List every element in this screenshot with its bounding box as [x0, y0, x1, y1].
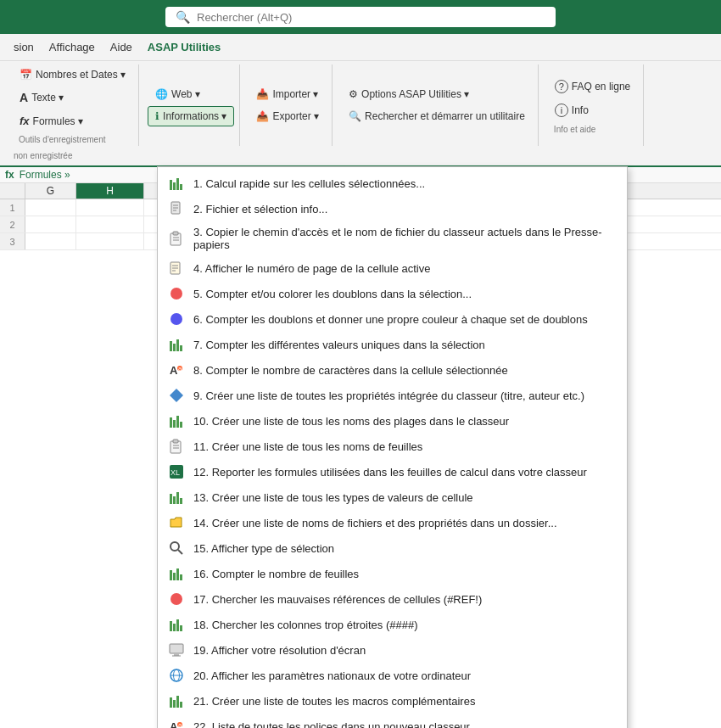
cell[interactable]: [25, 233, 76, 249]
svg-rect-49: [176, 619, 179, 631]
ribbon-group-5: ? FAQ en ligne i Info Info et aide: [542, 64, 644, 146]
ribbon-btn-nombres-dates[interactable]: 📅 Nombres et Dates ▾: [12, 64, 133, 85]
menu-affichage[interactable]: Affichage: [42, 37, 102, 57]
svg-text:a: a: [178, 721, 182, 728]
search-bar: 🔍: [0, 0, 721, 34]
svg-rect-43: [173, 573, 176, 580]
ribbon-btn-texte[interactable]: A Texte ▾: [12, 87, 133, 109]
formules-link[interactable]: Formules »: [20, 169, 70, 181]
dropdown-item[interactable]: 14. Créer une liste de noms de fichiers …: [158, 510, 627, 535]
dropdown-item-text: 14. Créer une liste de noms de fichiers …: [193, 517, 617, 529]
ribbon-group-2: 🌐 Web ▾ ℹ Informations ▾: [143, 64, 240, 146]
svg-rect-60: [180, 702, 182, 708]
dropdown-item-text: 12. Reporter les formules utilisées dans…: [193, 466, 617, 479]
info-aide-label: Info et aide: [547, 123, 638, 136]
dropdown-item-text: 22. Liste de toutes les polices dans un …: [193, 720, 617, 729]
svg-text:a: a: [178, 365, 182, 372]
svg-rect-21: [180, 345, 182, 351]
col-header-h[interactable]: H: [76, 183, 144, 199]
dropdown-item[interactable]: 13. Créer une liste de tous les types de…: [158, 484, 627, 510]
dropdown-item-icon: [168, 540, 185, 557]
svg-rect-59: [176, 696, 179, 708]
rechercher-label: Rechercher et démarrer un utilitaire: [365, 110, 525, 122]
menu-asap-utilities[interactable]: ASAP Utilities: [141, 37, 227, 57]
cell[interactable]: [76, 216, 144, 232]
dropdown-item[interactable]: Aa22. Liste de toutes les polices dans u…: [158, 714, 627, 728]
cell[interactable]: [25, 216, 76, 232]
svg-rect-58: [173, 700, 176, 708]
ribbon-btn-formules[interactable]: fx Formules ▾: [12, 110, 133, 132]
ribbon-btn-exporter[interactable]: 📤 Exporter ▾: [249, 106, 327, 126]
dropdown-item-icon: [168, 260, 185, 277]
info-circle-icon: ℹ: [155, 110, 159, 122]
dropdown-item-icon: [168, 692, 185, 709]
row-num-2: 2: [0, 216, 25, 232]
svg-marker-25: [170, 389, 183, 402]
menu-aide[interactable]: Aide: [103, 37, 139, 57]
menu-sion[interactable]: sion: [7, 37, 41, 57]
ribbon-btn-options[interactable]: ⚙ Options ASAP Utilities ▾: [341, 84, 533, 104]
dropdown-item[interactable]: 1. Calcul rapide sur les cellules sélect…: [158, 171, 627, 196]
dropdown-item-icon: [168, 591, 185, 608]
dropdown-item[interactable]: 4. Afficher le numéro de page de la cell…: [158, 255, 627, 281]
dropdown-item[interactable]: 5. Compter et/ou colorer les doublons da…: [158, 281, 627, 306]
dropdown-item[interactable]: 21. Créer une liste de toutes les macros…: [158, 688, 627, 714]
dropdown-item[interactable]: 7. Compter les différentes valeurs uniqu…: [158, 332, 627, 357]
svg-rect-37: [173, 496, 176, 504]
ribbon-btn-faq[interactable]: ? FAQ en ligne: [547, 76, 638, 98]
dropdown-item[interactable]: 18. Chercher les colonnes trop étroites …: [158, 612, 627, 637]
row-number-header: [0, 183, 25, 199]
options-label: Options ASAP Utilities ▾: [361, 88, 469, 100]
dropdown-item-text: 11. Créer une liste de tous les noms de …: [193, 440, 617, 453]
dropdown-item[interactable]: 2. Fichier et sélection info...: [158, 196, 627, 221]
ribbon-btn-info[interactable]: i Info: [547, 99, 638, 121]
dropdown-item-icon: [168, 616, 185, 633]
dropdown-item-icon: [168, 565, 185, 582]
export-icon: 📤: [256, 110, 269, 122]
app-wrapper: 🔍 sion Affichage Aide ASAP Utilities 📅 N…: [0, 0, 721, 728]
svg-rect-1: [173, 182, 176, 190]
dropdown-item[interactable]: 17. Chercher les mauvaises références de…: [158, 586, 627, 612]
dropdown-item[interactable]: 19. Afficher votre résolution d'écran: [158, 637, 627, 663]
ribbon-btn-web[interactable]: 🌐 Web ▾: [148, 84, 234, 104]
dropdown-item-text: 21. Créer une liste de toutes les macros…: [193, 695, 617, 708]
cell[interactable]: [76, 199, 144, 216]
dropdown-item[interactable]: XL12. Reporter les formules utilisées da…: [158, 459, 627, 484]
dropdown-item-icon: Aa: [168, 361, 185, 378]
informations-dropdown: 1. Calcul rapide sur les cellules sélect…: [157, 166, 628, 728]
dropdown-item-icon: [168, 230, 185, 247]
svg-rect-39: [180, 498, 182, 504]
dropdown-item-icon: Aa: [168, 718, 185, 728]
ribbon-btn-importer[interactable]: 📥 Importer ▾: [249, 84, 327, 104]
dropdown-item[interactable]: 10. Créer une liste de tous les noms des…: [158, 408, 627, 434]
cell[interactable]: [76, 233, 144, 249]
col-header-g[interactable]: G: [25, 183, 76, 199]
dropdown-item[interactable]: 6. Compter les doublons et donner une pr…: [158, 306, 627, 332]
svg-line-41: [178, 550, 182, 554]
dropdown-item-text: 1. Calcul rapide sur les cellules sélect…: [193, 177, 617, 190]
dropdown-item-icon: [168, 175, 185, 192]
dropdown-item[interactable]: 20. Afficher les paramètres nationaux de…: [158, 663, 627, 688]
ribbon-btn-informations[interactable]: ℹ Informations ▾: [148, 106, 234, 126]
dropdown-item[interactable]: 15. Afficher type de sélection: [158, 535, 627, 561]
row-num-1: 1: [0, 199, 25, 216]
dropdown-item[interactable]: 3. Copier le chemin d'accès et le nom de…: [158, 221, 627, 255]
dropdown-item-text: 5. Compter et/ou colorer les doublons da…: [193, 288, 617, 300]
svg-text:A: A: [170, 364, 178, 377]
dropdown-item-text: 15. Afficher type de sélection: [193, 542, 617, 555]
dropdown-item-text: 20. Afficher les paramètres nationaux de…: [193, 669, 617, 682]
ribbon-group-3: 📥 Importer ▾ 📤 Exporter ▾: [243, 64, 333, 146]
svg-point-40: [170, 542, 179, 551]
svg-rect-50: [180, 625, 182, 631]
search-input[interactable]: [197, 11, 545, 24]
dropdown-item-text: 17. Chercher les mauvaises références de…: [193, 593, 617, 606]
dropdown-item-text: 18. Chercher les colonnes trop étroites …: [193, 619, 617, 631]
dropdown-item[interactable]: 9. Créer une liste de toutes les proprié…: [158, 383, 627, 408]
dropdown-item[interactable]: 11. Créer une liste de tous les noms de …: [158, 434, 627, 459]
dropdown-item[interactable]: Aa8. Compter le nombre de caractères dan…: [158, 357, 627, 383]
cell[interactable]: [25, 199, 76, 216]
dropdown-item[interactable]: 16. Compter le nombre de feuilles: [158, 561, 627, 586]
dropdown-item-icon: [168, 438, 185, 455]
search2-icon: 🔍: [349, 110, 361, 122]
ribbon-btn-rechercher[interactable]: 🔍 Rechercher et démarrer un utilitaire: [341, 106, 533, 126]
